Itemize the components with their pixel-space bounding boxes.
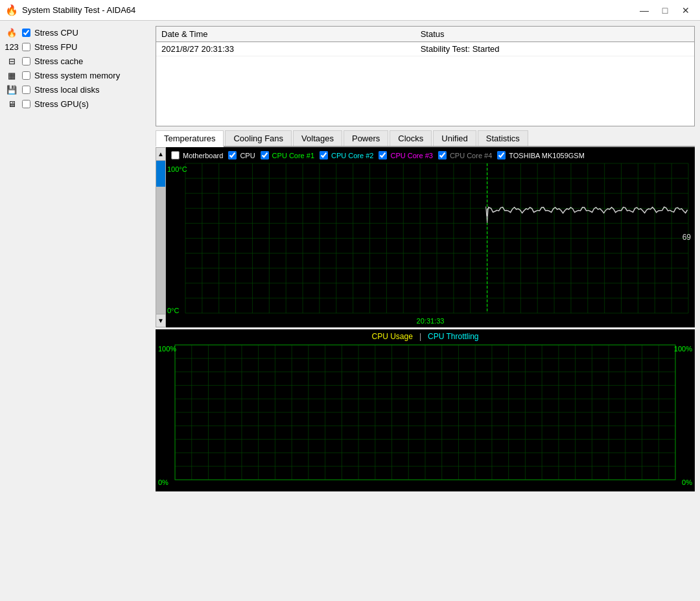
close-button[interactable]: ✕: [677, 3, 695, 18]
stress-disks-icon: 💾: [5, 84, 18, 95]
col-datetime: Date & Time: [156, 27, 415, 42]
charts-area: ▲ ▼ MotherboardCPUCPU Core #1CPU Core #2…: [156, 147, 695, 601]
status-text: Stability Test: Started: [415, 42, 694, 56]
legend-item-cpu: CPU: [228, 151, 255, 159]
tab-unified[interactable]: Unified: [433, 130, 476, 146]
temperature-grid: [166, 147, 695, 327]
legend-cb-cpu-core2[interactable]: [320, 151, 328, 159]
legend-cb-cpu[interactable]: [228, 151, 237, 159]
legend-text-toshiba: TOSHIBA MK1059GSM: [509, 152, 585, 159]
stress-fpu-icon: 123: [5, 41, 18, 52]
legend-cb-cpu-core4[interactable]: [438, 151, 447, 159]
legend-item-toshiba: TOSHIBA MK1059GSM: [497, 151, 585, 159]
stress-memory-label: Stress system memory: [34, 71, 120, 80]
col-status: Status: [415, 27, 694, 42]
legend-item-cpu-core1: CPU Core #1: [261, 151, 314, 159]
title-controls: — □ ✕: [635, 3, 695, 18]
temp-y-min: 0°C: [167, 307, 179, 314]
tab-cooling-fans[interactable]: Cooling Fans: [225, 130, 292, 146]
cpu-y-max-left: 100%: [158, 345, 176, 353]
legend-item-cpu-core4: CPU Core #4: [438, 151, 492, 159]
stress-gpu-checkbox[interactable]: [22, 100, 30, 108]
stress-disks-label: Stress local disks: [34, 85, 99, 95]
legend-text-cpu-core3: CPU Core #3: [390, 152, 432, 159]
sidebar-item-stress-gpu[interactable]: 🖥Stress GPU(s): [3, 97, 153, 110]
temperature-legend: MotherboardCPUCPU Core #1CPU Core #2CPU …: [166, 150, 695, 161]
scroll-up[interactable]: ▲: [156, 148, 165, 161]
temp-x-label: 20:31:33: [417, 317, 445, 325]
sidebar-item-stress-fpu[interactable]: 123Stress FPU: [3, 40, 153, 53]
sidebar: 🔥Stress CPU123Stress FPU⊟Stress cache▦St…: [0, 21, 156, 601]
stress-cache-label: Stress cache: [34, 56, 83, 66]
sidebar-item-stress-memory[interactable]: ▦Stress system memory: [3, 69, 153, 82]
tab-statistics[interactable]: Statistics: [478, 130, 528, 146]
legend-text-cpu-core4: CPU Core #4: [450, 152, 492, 159]
right-panel: Date & Time Status 2021/8/27 20:31:33Sta…: [156, 21, 700, 601]
tab-voltages[interactable]: Voltages: [293, 130, 342, 146]
scroll-down[interactable]: ▼: [156, 314, 165, 327]
cpu-grid: [156, 329, 695, 491]
cpu-chart-title: CPU Usage | CPU Throttling: [156, 332, 695, 341]
temperature-chart: MotherboardCPUCPU Core #1CPU Core #2CPU …: [166, 147, 695, 327]
stress-disks-checkbox[interactable]: [22, 86, 30, 94]
cpu-throttling-label: CPU Throttling: [428, 332, 478, 341]
stress-cpu-label: Stress CPU: [34, 28, 78, 38]
legend-text-cpu-core1: CPU Core #1: [272, 152, 314, 159]
window-title: System Stability Test - AIDA64: [22, 5, 135, 15]
legend-text-motherboard: Motherboard: [183, 152, 223, 159]
sidebar-item-stress-cpu[interactable]: 🔥Stress CPU: [3, 26, 153, 39]
status-datetime: 2021/8/27 20:31:33: [156, 42, 415, 56]
legend-item-cpu-core2: CPU Core #2: [320, 151, 373, 159]
app-icon: 🔥: [5, 4, 18, 16]
cpu-y-max-right: 100%: [674, 345, 692, 353]
stress-cpu-checkbox[interactable]: [22, 29, 30, 37]
cpu-y-min-left: 0%: [158, 478, 169, 486]
temp-y-max: 100°C: [167, 165, 187, 173]
svg-rect-0: [166, 147, 695, 327]
stress-gpu-icon: 🖥: [5, 99, 18, 109]
maximize-button[interactable]: □: [656, 3, 674, 18]
tab-temperatures[interactable]: Temperatures: [156, 130, 224, 147]
title-left: 🔥 System Stability Test - AIDA64: [5, 4, 135, 16]
legend-item-motherboard: Motherboard: [171, 151, 223, 159]
minimize-button[interactable]: —: [635, 3, 653, 18]
temp-value: 69: [682, 233, 691, 242]
cpu-usage-label: CPU Usage: [372, 332, 413, 341]
stress-cache-checkbox[interactable]: [22, 57, 30, 65]
legend-text-cpu-core2: CPU Core #2: [331, 152, 373, 159]
legend-cb-cpu-core1[interactable]: [261, 151, 269, 159]
stress-fpu-checkbox[interactable]: [22, 43, 30, 51]
cpu-y-min-right: 0%: [682, 478, 692, 486]
legend-item-cpu-core3: CPU Core #3: [379, 151, 432, 159]
tab-clocks[interactable]: Clocks: [390, 130, 432, 146]
cpu-chart: CPU Usage | CPU Throttling 100% 0% 100% …: [156, 329, 695, 491]
temperature-chart-row: ▲ ▼ MotherboardCPUCPU Core #1CPU Core #2…: [156, 147, 695, 327]
scroll-thumb[interactable]: [156, 161, 165, 187]
tabs-container: TemperaturesCooling FansVoltagesPowersCl…: [156, 130, 695, 147]
legend-text-cpu: CPU: [240, 152, 255, 159]
stress-cpu-icon: 🔥: [5, 27, 18, 38]
sidebar-item-stress-cache[interactable]: ⊟Stress cache: [3, 54, 153, 67]
stress-memory-icon: ▦: [5, 70, 18, 80]
stress-fpu-label: Stress FPU: [34, 42, 77, 52]
stress-gpu-label: Stress GPU(s): [34, 99, 89, 109]
legend-cb-cpu-core3[interactable]: [379, 151, 387, 159]
status-table: Date & Time Status 2021/8/27 20:31:33Sta…: [156, 26, 695, 126]
stress-memory-checkbox[interactable]: [22, 71, 30, 80]
legend-cb-toshiba[interactable]: [497, 151, 506, 159]
legend-cb-motherboard[interactable]: [171, 151, 180, 159]
tab-powers[interactable]: Powers: [344, 130, 388, 146]
title-bar: 🔥 System Stability Test - AIDA64 — □ ✕: [0, 0, 700, 21]
sidebar-item-stress-disks[interactable]: 💾Stress local disks: [3, 83, 153, 96]
stress-cache-icon: ⊟: [5, 56, 18, 66]
